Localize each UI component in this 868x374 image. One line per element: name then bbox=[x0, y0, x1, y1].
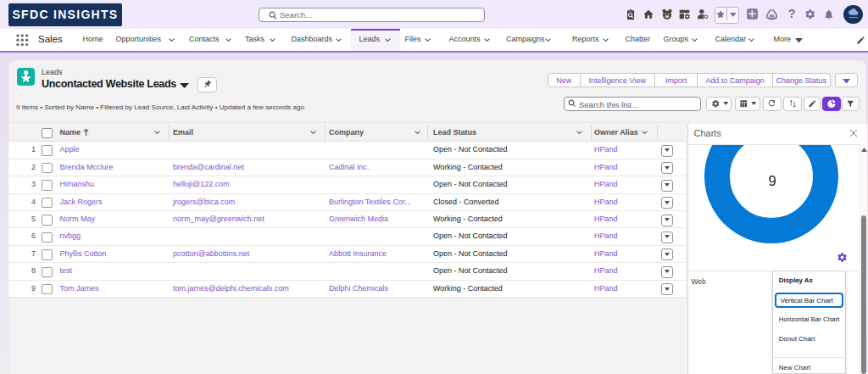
svg-text:9: 9 bbox=[768, 173, 776, 188]
svg-text:?: ? bbox=[787, 6, 795, 20]
